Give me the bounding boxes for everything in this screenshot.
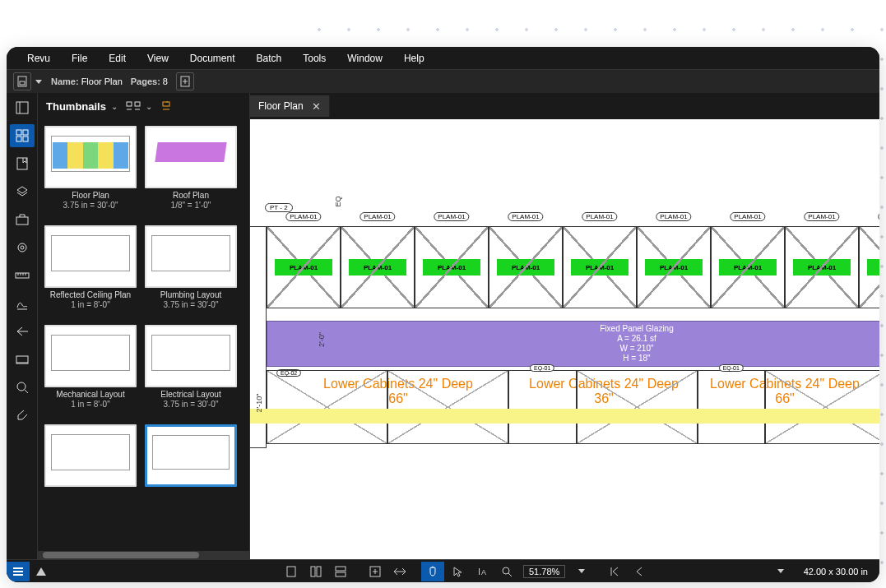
thumb-scale: 3.75 in = 30'-0" <box>164 400 219 410</box>
svg-point-13 <box>18 243 26 252</box>
rail-layers-icon[interactable] <box>10 180 35 203</box>
plam-box: PLAM-01 <box>275 259 332 275</box>
rail-back-icon[interactable] <box>10 320 35 343</box>
new-page-icon[interactable] <box>176 72 194 90</box>
sb-dropdown-right[interactable] <box>769 562 792 581</box>
sb-pan-icon[interactable] <box>421 562 444 581</box>
menu-view[interactable]: View <box>137 53 179 64</box>
thumb-scale: 3.75 in = 30'-0" <box>63 201 118 211</box>
pages-value: 8 <box>163 76 168 86</box>
zoom-text: 51.78% <box>529 567 559 576</box>
rail-panel-icon[interactable] <box>10 96 35 119</box>
menu-revu[interactable]: Revu <box>16 53 61 64</box>
thumbnail-item[interactable]: Plumbing Layout3.75 in = 30'-0" <box>145 225 237 310</box>
menu-window[interactable]: Window <box>336 53 393 64</box>
svg-rect-12 <box>16 217 28 225</box>
tab-bar: Floor Plan ✕ <box>250 93 879 119</box>
sb-split-v-icon[interactable] <box>304 562 327 581</box>
rail-thumbnails-icon[interactable] <box>10 124 35 147</box>
sb-select-icon[interactable] <box>446 562 469 581</box>
plam-tag: PLAM-01 <box>285 212 321 221</box>
svg-point-45 <box>503 567 509 574</box>
rail-signature-icon[interactable] <box>10 292 35 315</box>
pages-label: Pages: <box>131 76 160 86</box>
rail-properties-icon[interactable] <box>10 208 35 231</box>
sb-zoom-icon[interactable] <box>495 562 518 581</box>
glazing-l2: A = 26.1 sf <box>617 334 656 344</box>
svg-point-23 <box>17 382 26 391</box>
doc-icon[interactable] <box>13 72 31 90</box>
svg-line-24 <box>25 390 28 393</box>
panel-title: Thumbnails <box>46 100 106 113</box>
sb-fit-page-icon[interactable] <box>364 562 387 581</box>
thumbnail-item[interactable] <box>145 424 237 489</box>
menu-document[interactable]: Document <box>179 53 246 64</box>
thumb-scale: 3.75 in = 30'-0" <box>164 300 219 310</box>
svg-rect-38 <box>336 567 346 571</box>
sb-list-icon[interactable] <box>7 562 30 581</box>
plam-box: PLAM-01 <box>719 259 777 275</box>
menu-batch[interactable]: Batch <box>246 53 293 64</box>
svg-rect-11 <box>17 158 27 169</box>
sb-first-page-icon[interactable] <box>603 562 626 581</box>
menu-file[interactable]: File <box>61 53 98 64</box>
panel-scrollbar[interactable] <box>38 549 249 559</box>
svg-rect-26 <box>135 102 140 106</box>
menu-help[interactable]: Help <box>393 53 435 64</box>
thumbnails-panel: Thumbnails ⌄ ⌄ * Floor Plan3.75 in = 30'… <box>38 93 250 559</box>
plam-tag: PLAM-01 <box>878 212 879 221</box>
rail-bookmarks-icon[interactable] <box>10 152 35 175</box>
rail-sets-icon[interactable] <box>10 348 35 371</box>
thumbnails-list[interactable]: Floor Plan3.75 in = 30'-0"Roof Plan1/8" … <box>38 119 249 549</box>
canvas[interactable]: PT - 2 EQ EQ EQ PLAM-01PLAM-01PLAM-01PLA… <box>250 119 879 559</box>
panel-view-dropdown[interactable]: ⌄ <box>146 102 152 111</box>
doc-toolbar: Name: Floor Plan Pages: 8 <box>7 69 879 93</box>
thumb-title: Roof Plan <box>173 191 209 201</box>
glazing-l4: H = 18" <box>623 354 650 363</box>
dim-2ft: 2'-0" <box>318 332 326 347</box>
thumbnail-item[interactable]: Floor Plan3.75 in = 30'-0" <box>44 126 137 211</box>
doc-dropdown[interactable] <box>33 80 44 84</box>
thumb-title: Floor Plan <box>72 191 109 201</box>
sb-prev-page-icon[interactable] <box>628 562 651 581</box>
thumbnail-item[interactable] <box>44 424 137 489</box>
sb-triangle-icon[interactable] <box>30 562 53 581</box>
panel-view-icon[interactable] <box>126 101 141 111</box>
panel-label-icon[interactable]: * <box>160 101 172 111</box>
zoom-dropdown[interactable] <box>570 562 593 581</box>
thumb-scale: 1 in = 8'-0" <box>71 400 109 410</box>
zoom-value[interactable]: 51.78% <box>523 565 565 578</box>
svg-rect-9 <box>16 137 21 141</box>
svg-rect-37 <box>317 567 321 576</box>
yellow-highlight <box>250 409 879 424</box>
rail-studio-icon[interactable] <box>10 404 35 427</box>
sb-fit-width-icon[interactable] <box>388 562 411 581</box>
eq-label: EQ <box>334 196 342 206</box>
thumbnail-item[interactable]: Roof Plan1/8" = 1'-0" <box>145 126 237 211</box>
plam-box: PLAM-01 <box>423 259 480 275</box>
sb-single-page-icon[interactable] <box>280 562 303 581</box>
thumb-scale: 1/8" = 1'-0" <box>171 201 211 211</box>
rail-measure-icon[interactable] <box>10 264 35 287</box>
rail-search-icon[interactable] <box>10 376 35 399</box>
thumbnail-item[interactable]: Mechanical Layout1 in = 8'-0" <box>44 325 137 410</box>
menu-bar: Revu File Edit View Document Batch Tools… <box>7 47 879 69</box>
panel-dropdown-icon[interactable]: ⌄ <box>111 102 118 111</box>
plam-box: PLAM-01 <box>497 259 554 275</box>
tab-floor-plan[interactable]: Floor Plan ✕ <box>250 95 330 117</box>
thumbnail-item[interactable]: Reflected Ceiling Plan1 in = 8'-0" <box>44 225 137 310</box>
rail-settings-icon[interactable] <box>10 236 35 259</box>
sb-text-select-icon[interactable]: IA <box>471 562 494 581</box>
thumb-title: Plumbing Layout <box>160 290 222 300</box>
pt2-tag: PT - 2 <box>265 203 293 212</box>
thumbnail-item[interactable]: Electrical Layout3.75 in = 30'-0" <box>145 325 237 410</box>
plam-tag: PLAM-01 <box>582 212 617 221</box>
plam-tag: PLAM-01 <box>804 212 839 221</box>
menu-edit[interactable]: Edit <box>98 53 137 64</box>
sb-split-h-icon[interactable] <box>329 562 352 581</box>
svg-rect-25 <box>127 102 132 106</box>
menu-tools[interactable]: Tools <box>292 53 336 64</box>
svg-rect-5 <box>16 102 28 113</box>
close-icon[interactable]: ✕ <box>312 100 321 113</box>
svg-rect-39 <box>336 572 346 576</box>
